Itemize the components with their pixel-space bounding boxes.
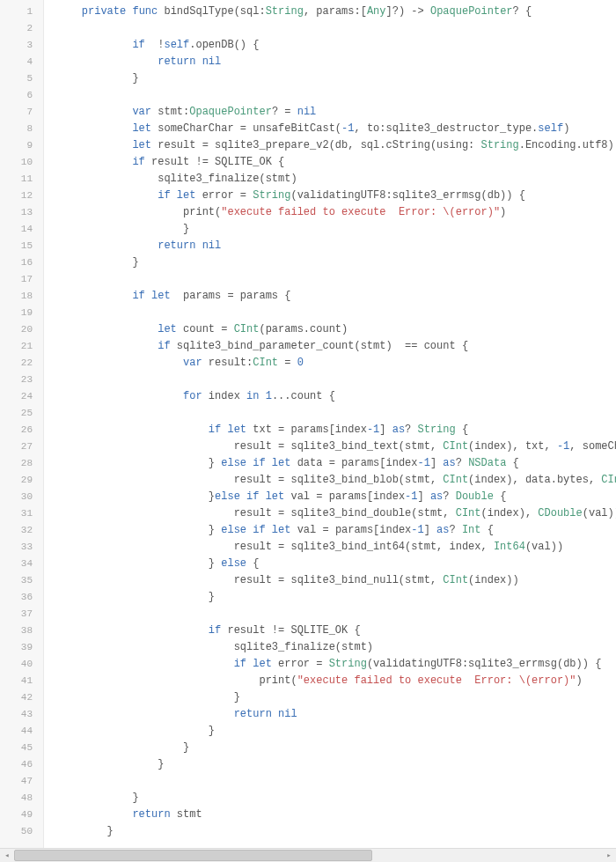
code-line: if !self.openDB() { bbox=[56, 37, 616, 54]
code-line: } bbox=[56, 740, 616, 756]
code-line bbox=[56, 305, 616, 321]
code-line: if result != SQLITE_OK { bbox=[56, 154, 616, 171]
code-line: print("execute failed to execute Error: … bbox=[56, 204, 616, 221]
line-number: 31 bbox=[0, 505, 43, 522]
line-number: 34 bbox=[0, 556, 43, 572]
scrollbar-track[interactable] bbox=[14, 849, 602, 862]
line-number: 17 bbox=[0, 271, 43, 288]
line-number: 50 bbox=[0, 823, 43, 840]
code-line: return stmt bbox=[56, 807, 616, 823]
line-number: 13 bbox=[0, 204, 43, 221]
line-number-gutter: 1234567891011121314151617181920212223242… bbox=[0, 0, 44, 848]
code-line: } bbox=[56, 723, 616, 740]
code-line: } else if let val = params[index-1] as? … bbox=[56, 522, 616, 539]
code-line: return nil bbox=[56, 238, 616, 254]
code-line: result = sqlite3_bind_blob(stmt, CInt(in… bbox=[56, 472, 616, 489]
line-number: 37 bbox=[0, 606, 43, 623]
line-number: 35 bbox=[0, 572, 43, 589]
line-number: 41 bbox=[0, 673, 43, 689]
code-line: }else if let val = params[index-1] as? D… bbox=[56, 489, 616, 505]
code-line: if sqlite3_bind_parameter_count(stmt) ==… bbox=[56, 338, 616, 355]
code-line: } bbox=[56, 823, 616, 840]
line-number: 23 bbox=[0, 372, 43, 388]
horizontal-scrollbar[interactable]: ◂ ▸ bbox=[0, 848, 616, 862]
code-line: return nil bbox=[56, 54, 616, 70]
code-line: result = sqlite3_bind_double(stmt, CInt(… bbox=[56, 505, 616, 522]
line-number: 22 bbox=[0, 355, 43, 372]
scroll-right-arrow-icon[interactable]: ▸ bbox=[602, 849, 616, 862]
line-number: 38 bbox=[0, 623, 43, 639]
line-number: 6 bbox=[0, 87, 43, 104]
line-number: 2 bbox=[0, 20, 43, 37]
code-line bbox=[56, 372, 616, 388]
line-number: 1 bbox=[0, 4, 43, 20]
code-line: result = sqlite3_bind_null(stmt, CInt(in… bbox=[56, 572, 616, 589]
line-number: 10 bbox=[0, 154, 43, 171]
code-line: if let error = String(validatingUTF8:sql… bbox=[56, 188, 616, 204]
line-number: 49 bbox=[0, 807, 43, 823]
code-line: } else if let data = params[index-1] as?… bbox=[56, 455, 616, 472]
line-number: 7 bbox=[0, 104, 43, 121]
code-line: print("execute failed to execute Error: … bbox=[56, 673, 616, 689]
line-number: 19 bbox=[0, 305, 43, 321]
code-line: let result = sqlite3_prepare_v2(db, sql.… bbox=[56, 137, 616, 154]
code-line: result = sqlite3_bind_int64(stmt, index,… bbox=[56, 539, 616, 556]
code-line: } bbox=[56, 254, 616, 271]
line-number: 21 bbox=[0, 338, 43, 355]
code-line: private func bindSqlType(sql:String, par… bbox=[56, 4, 616, 20]
line-number: 20 bbox=[0, 321, 43, 338]
code-line bbox=[56, 87, 616, 104]
scrollbar-thumb[interactable] bbox=[14, 850, 372, 861]
code-line: var result:CInt = 0 bbox=[56, 355, 616, 372]
line-number: 42 bbox=[0, 689, 43, 706]
line-number: 25 bbox=[0, 405, 43, 422]
line-number: 27 bbox=[0, 438, 43, 455]
code-line bbox=[56, 773, 616, 790]
line-number: 3 bbox=[0, 37, 43, 54]
code-line bbox=[56, 20, 616, 37]
line-number: 29 bbox=[0, 472, 43, 489]
line-number: 9 bbox=[0, 137, 43, 154]
code-line: var stmt:OpaquePointer? = nil bbox=[56, 104, 616, 121]
code-line: } bbox=[56, 756, 616, 773]
scroll-left-arrow-icon[interactable]: ◂ bbox=[0, 849, 14, 862]
code-line: sqlite3_finalize(stmt) bbox=[56, 639, 616, 656]
line-number: 36 bbox=[0, 589, 43, 606]
code-line: sqlite3_finalize(stmt) bbox=[56, 171, 616, 188]
code-line: let count = CInt(params.count) bbox=[56, 321, 616, 338]
line-number: 32 bbox=[0, 522, 43, 539]
line-number: 15 bbox=[0, 238, 43, 254]
line-number: 46 bbox=[0, 756, 43, 773]
code-line: if result != SQLITE_OK { bbox=[56, 623, 616, 639]
line-number: 48 bbox=[0, 790, 43, 807]
line-number: 12 bbox=[0, 188, 43, 204]
code-line: if let params = params { bbox=[56, 288, 616, 305]
line-number: 28 bbox=[0, 455, 43, 472]
line-number: 39 bbox=[0, 639, 43, 656]
line-number: 26 bbox=[0, 422, 43, 438]
code-line bbox=[56, 405, 616, 422]
line-number: 33 bbox=[0, 539, 43, 556]
code-line bbox=[56, 271, 616, 288]
line-number: 8 bbox=[0, 121, 43, 137]
line-number: 18 bbox=[0, 288, 43, 305]
code-line: } bbox=[56, 689, 616, 706]
code-line: return nil bbox=[56, 706, 616, 723]
code-area[interactable]: private func bindSqlType(sql:String, par… bbox=[44, 0, 616, 848]
code-line: } bbox=[56, 221, 616, 238]
code-line: if let txt = params[index-1] as? String … bbox=[56, 422, 616, 438]
line-number: 45 bbox=[0, 740, 43, 756]
code-line: } else { bbox=[56, 556, 616, 572]
line-number: 40 bbox=[0, 656, 43, 673]
line-number: 14 bbox=[0, 221, 43, 238]
code-line: } bbox=[56, 589, 616, 606]
line-number: 16 bbox=[0, 254, 43, 271]
code-line bbox=[56, 606, 616, 623]
line-number: 24 bbox=[0, 388, 43, 405]
line-number: 30 bbox=[0, 489, 43, 505]
code-line: } bbox=[56, 70, 616, 87]
line-number: 43 bbox=[0, 706, 43, 723]
code-line: result = sqlite3_bind_text(stmt, CInt(in… bbox=[56, 438, 616, 455]
line-number: 11 bbox=[0, 171, 43, 188]
line-number: 47 bbox=[0, 773, 43, 790]
